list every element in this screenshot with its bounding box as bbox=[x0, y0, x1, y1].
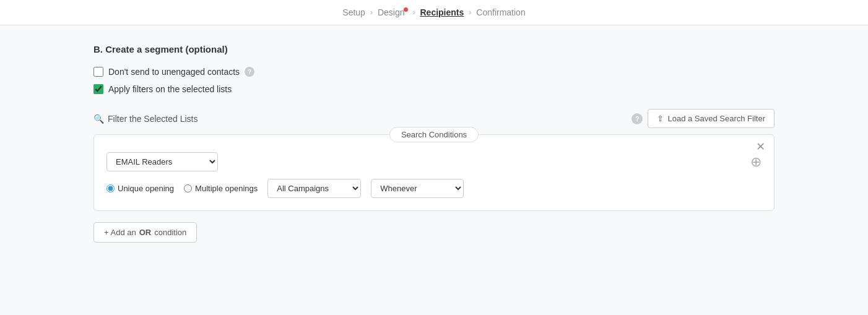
add-or-highlight: OR bbox=[139, 228, 152, 237]
unengaged-checkbox[interactable] bbox=[93, 67, 103, 77]
upload-icon: ⇧ bbox=[657, 114, 664, 123]
unique-opening-option[interactable]: Unique opening bbox=[106, 184, 174, 193]
design-dot bbox=[404, 7, 408, 12]
filter-header: 🔍 Filter the Selected Lists ? ⇧ Load a S… bbox=[93, 109, 775, 128]
main-content: B. Create a segment (optional) Don't sen… bbox=[44, 25, 824, 261]
filter-help-icon[interactable]: ? bbox=[631, 113, 643, 124]
load-filter-button[interactable]: ⇧ Load a Saved Search Filter bbox=[648, 109, 775, 128]
section-title: B. Create a segment (optional) bbox=[93, 44, 775, 54]
add-or-prefix: + Add an bbox=[104, 228, 136, 237]
search-icon: 🔍 bbox=[93, 114, 104, 124]
nav-arrow-3: › bbox=[469, 8, 471, 17]
opening-options-row: Unique opening Multiple openings All Cam… bbox=[106, 179, 762, 198]
nav-step-confirmation[interactable]: Confirmation bbox=[476, 7, 525, 17]
condition-type-row: EMAIL Readers SMS Readers Custom Field S… bbox=[106, 152, 762, 171]
load-filter-label: Load a Saved Search Filter bbox=[667, 114, 765, 123]
add-or-suffix: condition bbox=[154, 228, 186, 237]
campaign-select[interactable]: All Campaigns Specific Campaign bbox=[267, 179, 361, 198]
search-conditions-wrapper: Search Conditions ✕ EMAIL Readers SMS Re… bbox=[93, 134, 775, 211]
condition-type-select[interactable]: EMAIL Readers SMS Readers Custom Field S… bbox=[106, 152, 218, 171]
unengaged-row: Don't send to unengaged contacts ? bbox=[93, 67, 775, 77]
apply-filters-row: Apply filters on the selected lists bbox=[93, 84, 775, 94]
nav-step-design[interactable]: Design bbox=[378, 7, 408, 17]
unique-opening-radio[interactable] bbox=[106, 184, 115, 192]
unique-opening-label: Unique opening bbox=[118, 184, 174, 193]
apply-filters-label[interactable]: Apply filters on the selected lists bbox=[108, 84, 232, 94]
unengaged-label[interactable]: Don't send to unengaged contacts bbox=[108, 67, 240, 77]
add-condition-button[interactable]: ⊕ bbox=[750, 155, 762, 169]
top-nav: Setup › Design › Recipients › Confirmati… bbox=[0, 0, 868, 25]
filter-label: 🔍 Filter the Selected Lists bbox=[93, 114, 198, 124]
nav-arrow-2: › bbox=[413, 8, 415, 17]
close-button[interactable]: ✕ bbox=[756, 141, 765, 152]
unengaged-help-icon[interactable]: ? bbox=[245, 67, 254, 77]
filter-section: 🔍 Filter the Selected Lists ? ⇧ Load a S… bbox=[93, 109, 775, 243]
search-conditions-label: Search Conditions bbox=[389, 127, 479, 142]
add-or-condition-button[interactable]: + Add an OR condition bbox=[93, 222, 197, 243]
when-select[interactable]: Whenever Last 30 days Last 60 days Last … bbox=[371, 179, 464, 198]
nav-step-setup[interactable]: Setup bbox=[342, 7, 365, 17]
multiple-openings-radio[interactable] bbox=[184, 184, 192, 192]
filter-right: ? ⇧ Load a Saved Search Filter bbox=[631, 109, 775, 128]
search-conditions-box: ✕ EMAIL Readers SMS Readers Custom Field… bbox=[93, 134, 775, 211]
nav-arrow-1: › bbox=[370, 8, 373, 17]
nav-step-recipients[interactable]: Recipients bbox=[420, 7, 464, 17]
filter-label-text: Filter the Selected Lists bbox=[108, 114, 198, 124]
multiple-openings-option[interactable]: Multiple openings bbox=[184, 184, 258, 193]
apply-filters-checkbox[interactable] bbox=[93, 84, 103, 94]
multiple-openings-label: Multiple openings bbox=[195, 184, 258, 193]
